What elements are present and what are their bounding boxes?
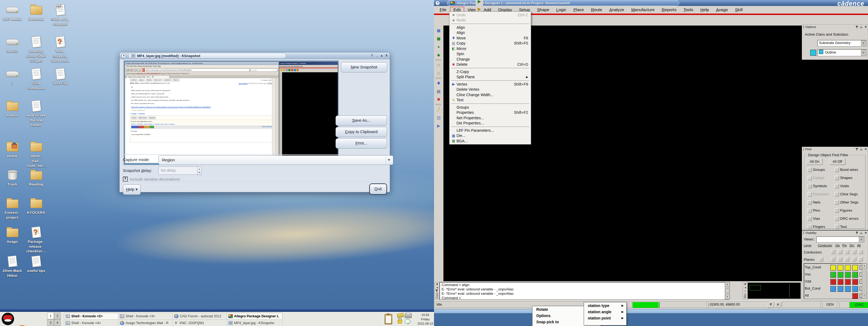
pin-icon[interactable] [857,148,857,151]
pick-add-icon[interactable]: ▶ [475,0,483,5]
quit-button[interactable]: Quit [370,184,386,194]
console-scrollbar[interactable]: ▲ ▼ [725,282,730,299]
move-icon[interactable]: ✚ [435,79,442,87]
visibility-checkbox[interactable] [852,257,856,261]
find-checkbox-other-segs[interactable] [835,200,839,205]
prev-view-icon[interactable]: ▨ [435,61,442,69]
find-checkbox-bond-wires[interactable] [835,168,839,172]
layer-visibility-swatch[interactable] [852,293,858,299]
find-checkbox-voids[interactable] [835,184,839,188]
desktop-icon-amkor[interactable]: Amkor [1,100,24,118]
close-icon[interactable]: X [384,54,389,58]
allegro-titlebar[interactable]: ▼ Allegro Package Designer L: unnamed.mc… [434,0,868,6]
ksnapshot-titlebar[interactable]: ▼ MP4_layer.jpg [modified] - KSnapshot ?… [120,52,390,59]
find-checkbox-drc-errors[interactable] [835,217,839,221]
visibility-column-via[interactable]: Via [835,244,839,247]
layer-visibility-swatch[interactable] [852,279,858,285]
desktop-icon-calbr-drv-user-pdf[interactable]: PDFcalbr_drv_user.pdf [49,4,72,26]
taskbar-button-avago-technologies-mail-r[interactable]: Avago Technologies Mail - R [118,320,174,326]
chevron-down-icon[interactable]: ▼ [859,237,864,242]
corner-route-icon[interactable]: ◳ [435,114,442,121]
visibility-column-conductor[interactable]: Conductor [818,244,832,247]
world-view[interactable] [748,282,801,299]
zoom-points-icon[interactable]: ▩ [435,35,442,43]
close-icon[interactable]: × [744,283,746,286]
layer-visibility-swatch[interactable] [830,265,836,271]
desktop-icon-text-file[interactable]: Text File [49,68,72,86]
taskbar-button-shell-konsole-4-[interactable]: Shell - Konsole <4> [64,320,120,326]
desktop-icon-28nm-trail-route-ser-[interactable]: 28nm_trail_route_ser... [25,141,48,168]
edit-menu-item-vertex[interactable]: ▶VertexShift+F9 [450,82,531,87]
scroll-up-icon[interactable]: ▲ [725,282,730,287]
menubar-item-shape[interactable]: Shape [533,6,553,13]
menubar-item-file[interactable]: File [436,6,450,13]
pick-mode-a-button[interactable]: A [775,302,781,308]
pick-mode-p-button[interactable]: P [768,302,774,308]
taskbar-button-shell-konsole-2-[interactable]: Shell - Konsole <2> [64,313,120,320]
help-button[interactable]: Help ▾ [123,185,141,195]
all-on-button[interactable]: All On [806,158,823,165]
edit-menu-item-groups[interactable]: Groups [450,105,531,110]
context-submenu-item-otation-angle[interactable]: otation angle▶ [584,308,626,315]
close-icon[interactable]: × [865,148,867,151]
find-checkbox-figures[interactable] [835,208,839,213]
edit-menu-item-die-properties-[interactable]: Die Properties... [450,120,531,126]
menubar-item-reports[interactable]: Reports [658,6,680,13]
help-window-icon[interactable]: ? [370,54,374,58]
edit-menu-item-text[interactable]: ✎Text [450,98,531,103]
menubar-item-avago[interactable]: Avago [713,6,732,13]
menubar-item-manufacture[interactable]: Manufacture [628,6,658,13]
delete-icon[interactable]: ✖ [435,96,442,103]
visibility-checkbox[interactable] [838,250,842,254]
layer-visibility-swatch[interactable] [845,272,850,278]
command-console[interactable]: Command > alignE- *Error* eval: unbound … [439,282,729,300]
layer-visibility-swatch[interactable] [852,265,858,271]
worldview-tab-strip[interactable]: × ◀ + Wor [743,282,748,300]
redhat-menu-icon[interactable] [2,313,14,325]
edit-menu-item-align[interactable]: Align [450,25,531,30]
menubar-item-logic[interactable]: Logic [553,6,570,13]
desktop-icon-home[interactable]: Home [1,141,24,159]
desktop-icon--[interactable]: / [1,68,24,86]
zoom-fit-icon[interactable]: ▦ [435,27,442,34]
edit-menu-item-undo[interactable]: ■UndoCtrl+Z [450,12,531,18]
layer-visibility-swatch[interactable] [838,272,843,278]
pager-desktop-1[interactable]: 1 [47,313,54,319]
visibility-checkbox[interactable] [819,257,823,261]
minimize-icon[interactable]: _ [375,54,379,58]
pager-desktop-2[interactable]: 2 [54,313,61,319]
menubar-item-tools[interactable]: Tools [680,6,697,13]
close-icon[interactable]: × [436,283,438,286]
find-checkbox-nets[interactable] [807,200,812,205]
layer-visibility-swatch[interactable] [838,265,843,271]
desktop-icon-loadinglinux-shellscripts[interactable]: LoadingLinux ShellScripts [25,36,48,63]
edit-menu-item-cline-change-width-[interactable]: Cline Change Width... [450,92,531,98]
find-checkbox-fingers[interactable] [807,225,812,229]
visibility-checkbox[interactable] [852,250,856,254]
context-submenu-item-otation-type[interactable]: otation type▶ [584,302,626,308]
chevron-down-icon[interactable]: ▼ [861,50,866,56]
taskbar-clock[interactable]: 16:56 Friday 2011-08-12 [417,313,433,326]
layer-visibility-swatch[interactable] [852,286,858,292]
desktop-icon-personal[interactable]: Personal [25,4,48,22]
visibility-panel-titlebar[interactable]: Visibility × [802,230,868,235]
edit-menu-item-bga-[interactable]: ▦BGA... [450,138,531,144]
copy-to-clipboard-button[interactable]: Copy to Clipboard [336,127,387,137]
expand-triangle-icon[interactable] [860,26,863,28]
menubar-item-place[interactable]: Place [570,6,588,13]
new-snapshot-button[interactable]: New Snapshot [341,62,387,73]
edit-menu-item-properties[interactable]: PropertiesShift+F2 [450,110,531,115]
visibility-column-layer[interactable]: Layer [804,244,812,247]
options-panel-titlebar[interactable]: Options × [802,25,868,29]
menubar-item-route[interactable]: Route [588,6,606,13]
desktop-icon-avago[interactable]: Avago [1,226,24,244]
window-menu-icon[interactable]: ▼ [121,54,126,58]
taskbar-button-mp4-layer-jpg-ksnapsho[interactable]: MP4_layer.jpg - KSnapsho [227,320,283,326]
edit-menu-item-change[interactable]: Change [450,56,531,62]
desktop-icon-everest-project[interactable]: Everest_project [1,197,24,220]
maximize-icon[interactable]: ▲ [379,54,384,58]
find-checkbox-comps[interactable] [807,176,812,180]
expand-triangle-icon[interactable] [860,232,863,234]
layer-visibility-swatch[interactable] [845,286,850,292]
desktop-icon-test-coupon-0409-for-[interactable]: ?Test_coupon_0409_for... [49,36,72,63]
